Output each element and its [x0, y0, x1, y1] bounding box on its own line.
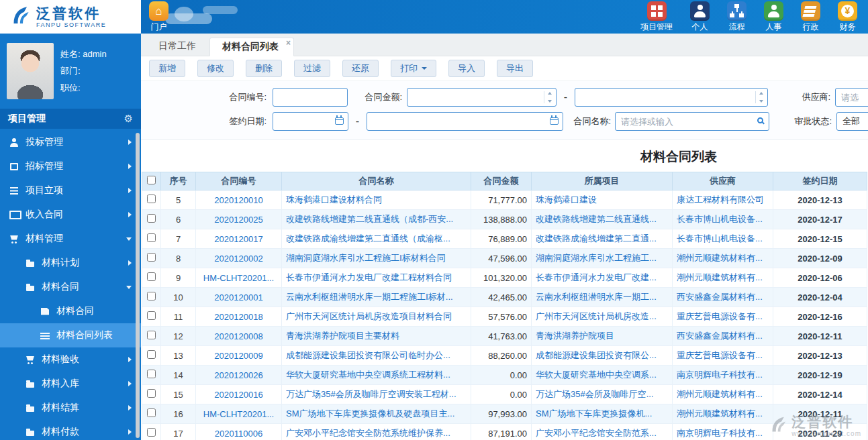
amount-from-input[interactable]	[407, 88, 557, 107]
approval-status-select[interactable]: 全部	[836, 112, 868, 131]
cell-project[interactable]: 华软大厦研究基地中央空调系...	[532, 366, 673, 385]
module-grid[interactable]: 项目管理	[640, 1, 673, 33]
number-stepper-icon[interactable]	[755, 91, 765, 103]
cell-supplier[interactable]: 西安盛鑫金属材料有...	[673, 327, 773, 346]
module-person[interactable]: 个人	[690, 1, 710, 33]
row-checkbox[interactable]	[147, 233, 156, 242]
portal-button[interactable]: 门户	[149, 1, 168, 33]
sign-date-to-input[interactable]	[367, 112, 563, 131]
supplier-input[interactable]	[835, 88, 868, 107]
cell-supplier[interactable]: 康达工程材料有限公司	[673, 190, 773, 210]
cell-code[interactable]: 2020120010	[196, 190, 282, 210]
row-checkbox[interactable]	[147, 370, 156, 378]
cell-supplier[interactable]: 南京明辉电子科技有...	[673, 366, 773, 385]
cell-supplier[interactable]: 西安盛鑫金属材料有...	[673, 288, 773, 307]
contract-no-input[interactable]	[273, 88, 348, 107]
module-flow[interactable]: 流程	[727, 1, 746, 33]
cell-code[interactable]: 2020120017	[196, 229, 282, 249]
import-button[interactable]: 导入	[448, 60, 485, 77]
module-money[interactable]: 财务	[838, 1, 857, 33]
cell-name[interactable]: 广安邓小平纪念馆安全防范系统维护保养...	[282, 424, 471, 440]
close-icon[interactable]	[286, 39, 291, 47]
print-button[interactable]: 打印	[391, 60, 436, 77]
cell-project[interactable]: 青海洪湖养护院项目	[532, 327, 673, 346]
module-people[interactable]: 人事	[764, 1, 783, 33]
add-button[interactable]: 新增	[149, 60, 185, 77]
calendar-icon[interactable]	[335, 117, 344, 125]
row-checkbox[interactable]	[147, 195, 156, 203]
modify-button[interactable]: 修改	[197, 60, 234, 77]
cell-project[interactable]: 万达广场35#会所及咖啡厅空...	[532, 385, 673, 404]
cell-code[interactable]: 2020120016	[196, 385, 282, 404]
cell-name[interactable]: 云南水利枢纽潜明水库一期工程施工Ⅰ标材...	[282, 288, 471, 307]
cell-code[interactable]: 2020120009	[196, 346, 282, 366]
gear-icon[interactable]	[124, 113, 133, 125]
amount-to-input[interactable]	[575, 88, 768, 107]
sidebar-menu-item[interactable]: 材料合同	[0, 299, 141, 323]
cell-code[interactable]: 2020110006	[196, 424, 282, 440]
cell-name[interactable]: 长春市伊通河水力发电厂改建工程材料合同	[282, 268, 471, 288]
row-checkbox[interactable]	[147, 408, 156, 417]
cell-name[interactable]: 万达广场35#会所及咖啡厅空调安装工程材...	[282, 385, 471, 404]
cell-project[interactable]: 长春市伊通河水力发电厂改建...	[532, 268, 673, 288]
cell-supplier[interactable]: 重庆艺普电源设备有...	[673, 346, 773, 366]
cell-name[interactable]: 青海洪湖养护院项目主要材料	[282, 327, 471, 346]
row-checkbox[interactable]	[147, 311, 156, 320]
filter-button[interactable]: 过滤	[294, 60, 330, 77]
sidebar-menu-item[interactable]: 招标管理	[0, 154, 141, 178]
sidebar-menu-item[interactable]: 材料验收	[0, 347, 141, 372]
cell-supplier[interactable]: 长春市博山机电设备...	[673, 210, 773, 229]
row-checkbox[interactable]	[147, 350, 156, 359]
row-checkbox[interactable]	[147, 214, 156, 223]
cell-project[interactable]: 广安邓小平纪念馆安全防范系...	[532, 424, 673, 440]
magnifier-icon[interactable]	[757, 117, 763, 123]
sidebar-menu-item[interactable]: 材料合同	[0, 275, 141, 299]
cell-supplier[interactable]: 潮州元顺建筑材料有...	[673, 268, 773, 288]
cell-code[interactable]: HM-CLHT20201...	[196, 268, 282, 288]
row-checkbox[interactable]	[147, 428, 156, 437]
row-checkbox[interactable]	[147, 253, 156, 262]
sidebar-menu-item[interactable]: 材料入库	[0, 372, 141, 396]
cell-code[interactable]: 2020120025	[196, 210, 282, 229]
cell-name[interactable]: 广州市天河区统计局机房改造项目材料合同	[282, 307, 471, 327]
row-checkbox[interactable]	[147, 292, 156, 300]
calendar-icon[interactable]	[550, 117, 559, 125]
sidebar-menu-item[interactable]: 材料付款	[0, 420, 141, 440]
sidebar-menu-item[interactable]: 投标管理	[0, 130, 141, 154]
cell-project[interactable]: 改建铁路线增建第二线直通线...	[532, 210, 673, 229]
restore-button[interactable]: 还原	[342, 60, 379, 77]
tab-material-contract-list[interactable]: 材料合同列表	[209, 38, 294, 56]
cell-code[interactable]: 2020120026	[196, 366, 282, 385]
tab-daily-work[interactable]: 日常工作	[146, 37, 208, 56]
cell-code[interactable]: HM-CLHT20201...	[196, 404, 282, 424]
cell-name[interactable]: 改建铁路线增建第二线直通线（成都-西安...	[282, 210, 471, 229]
cell-project[interactable]: 珠海鹤港口建设	[532, 190, 673, 210]
sidebar-menu-item[interactable]: 材料合同列表	[0, 323, 141, 347]
row-checkbox[interactable]	[147, 272, 156, 281]
cell-project[interactable]: 广州市天河区统计局机房改造...	[532, 307, 673, 327]
cell-name[interactable]: 成都能源建设集团投资有限公司临时办公...	[282, 346, 471, 366]
cell-supplier[interactable]: 潮州元顺建筑材料有...	[673, 385, 773, 404]
cell-supplier[interactable]: 重庆艺普电源设备有...	[673, 307, 773, 327]
sidebar-menu-item[interactable]: 项目立项	[0, 178, 141, 203]
cell-code[interactable]: 2020120001	[196, 288, 282, 307]
row-checkbox[interactable]	[147, 331, 156, 339]
cell-project[interactable]: 湖南洞庭湖水库引水工程施工...	[532, 249, 673, 268]
cell-name[interactable]: 华软大厦研究基地中央空调系统工程材料...	[282, 366, 471, 385]
cell-project[interactable]: SM广场地下车库更换摄像机...	[532, 404, 673, 424]
export-button[interactable]: 导出	[497, 60, 533, 77]
sidebar-scrollbar[interactable]	[136, 133, 140, 438]
cell-supplier[interactable]: 潮州元顺建筑材料有...	[673, 249, 773, 268]
cell-project[interactable]: 改建铁路成渝线增建第二直通...	[532, 229, 673, 249]
sidebar-menu-item[interactable]: 材料结算	[0, 396, 141, 420]
sidebar-menu-item[interactable]: 材料管理	[0, 227, 141, 251]
delete-button[interactable]: 删除	[246, 60, 282, 77]
cell-name[interactable]: 改建铁路成渝线增建第二直通线（成渝枢...	[282, 229, 471, 249]
cell-code[interactable]: 2020120018	[196, 307, 282, 327]
cell-supplier[interactable]: 南京明辉电子科技有...	[673, 424, 773, 440]
sidebar-menu-item[interactable]: 收入合同	[0, 203, 141, 227]
cell-code[interactable]: 2020120008	[196, 327, 282, 346]
cell-name[interactable]: 珠海鹤港口建设材料合同	[282, 190, 471, 210]
cell-supplier[interactable]: 潮州元顺建筑材料有...	[673, 404, 773, 424]
cell-project[interactable]: 成都能源建设集团投资有限公...	[532, 346, 673, 366]
